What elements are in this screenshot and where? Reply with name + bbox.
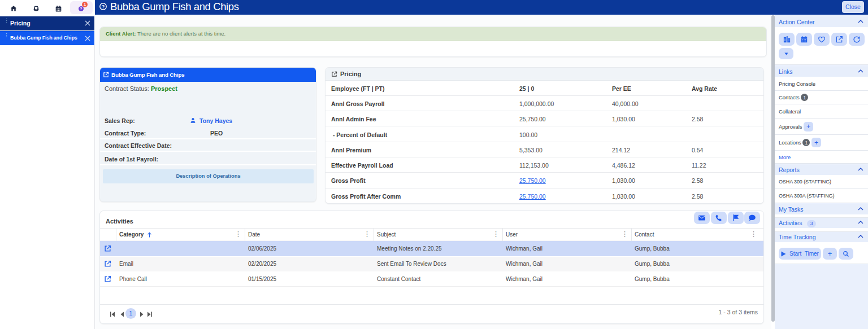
svg-text:?: ? (102, 4, 105, 10)
